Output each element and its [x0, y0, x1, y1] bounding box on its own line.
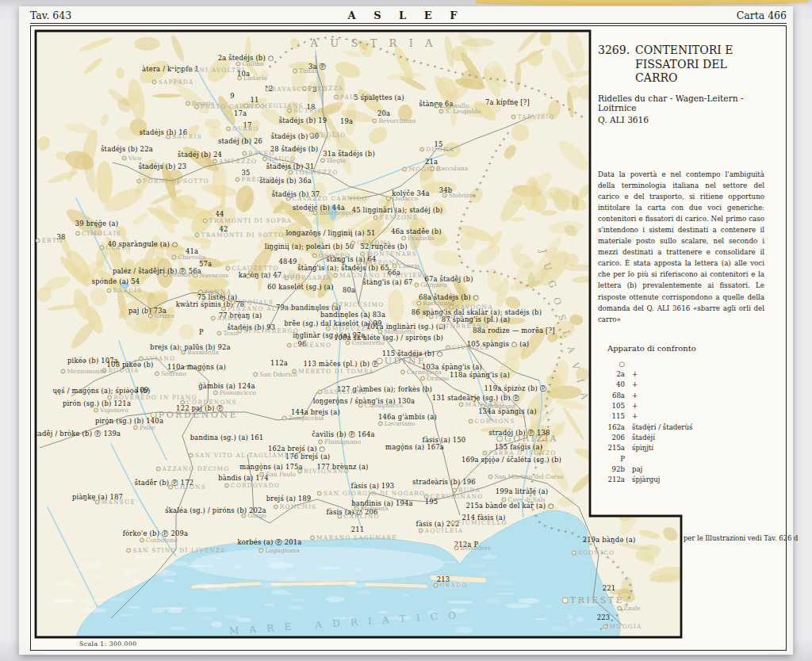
map-place-label: Cussignacco: [358, 402, 403, 409]
town-dot-icon: [236, 61, 240, 66]
town-dot-icon: [235, 177, 239, 181]
apparato-point-number: ○: [598, 359, 625, 369]
map-place-label: Orzano: [420, 375, 449, 382]
map-place-label: Lugugnana: [259, 547, 299, 554]
town-dot-icon: [237, 75, 242, 80]
map-point-label: 48: [278, 258, 287, 266]
map-place-label: BARCIS: [106, 287, 142, 294]
apparato-row: 2a+: [598, 369, 764, 380]
town-dot-icon: [211, 315, 216, 320]
map-place-label: TOLMEZZO: [289, 169, 339, 176]
town-dot-icon: [313, 210, 318, 215]
town-dot-icon: [318, 439, 323, 444]
town-dot-icon: [155, 371, 159, 376]
map-point-label: 219a bàŋdǝ (a): [583, 536, 636, 544]
map-place-label: TRAMONTI DI SOTTO: [195, 231, 285, 239]
apparato-form: [632, 454, 764, 464]
town-dot-icon: [289, 170, 293, 174]
town-dot-icon: [171, 254, 176, 259]
town-dot-icon: [402, 166, 407, 171]
town-dot-icon: [317, 389, 322, 394]
town-dot-icon: [312, 253, 317, 258]
apparato-row: P: [598, 454, 764, 464]
town-dot-icon: [195, 232, 200, 237]
town-dot-icon: [430, 166, 435, 170]
town-dot-icon: [99, 245, 104, 250]
town-dot-icon: [572, 550, 576, 555]
map-point-label: fàsis (a) 193: [351, 482, 395, 490]
map-place-label: Lavariano: [378, 420, 415, 427]
map-place-label: SAPPADA: [152, 78, 194, 86]
map-place-label: PALUZZA: [302, 85, 343, 92]
town-dot-icon: [360, 251, 365, 256]
map-place-label: CLAUT: [99, 244, 132, 251]
map-place-label: FAEDIS: [429, 313, 464, 320]
apparato-row: 212aśpjàrguj: [598, 475, 764, 485]
map-place-label: Osoacco: [386, 195, 418, 202]
map-place-label: TORREANO: [439, 323, 489, 330]
apparato-row: ○: [598, 359, 764, 369]
town-dot-icon: [151, 411, 157, 418]
apparato-form: +: [632, 391, 764, 401]
map-point-label: stradeàris (b) 196: [412, 478, 476, 486]
map-title: 3269. CONTENITORI E FISSATORI DEL CARRO: [598, 44, 764, 86]
map-place-label: PORDENONE: [151, 410, 238, 420]
town-dot-icon: [446, 345, 450, 350]
town-dot-icon: [133, 425, 138, 430]
map-place-label: MAGNANO IN RIVIERA: [333, 272, 428, 279]
apparato-point-number: 92b: [598, 464, 625, 475]
map-place-label: Mezzomonte: [60, 368, 105, 375]
town-dot-icon: [282, 415, 287, 420]
town-dot-icon: [309, 132, 314, 137]
map-place-label: COSEANO: [287, 342, 331, 349]
apparato-form: +: [632, 411, 764, 422]
map-title-text: CONTENITORI E FISSATORI DEL CARRO: [635, 44, 764, 86]
map-place-label: Zompicchia: [282, 415, 324, 422]
map-place-label: Cerseretto: [345, 339, 384, 346]
map-place-label: CERVIGNANO: [424, 493, 484, 500]
map-point-label: 28 štadéjs (b): [270, 145, 319, 153]
map-place-label: Bevorchians: [372, 117, 416, 124]
town-dot-icon: [429, 314, 434, 319]
map-place-label: Zaule: [617, 605, 641, 612]
map-place-label: Palse: [133, 424, 155, 431]
map-place-label: MONTENARS: [360, 250, 417, 258]
map-place-label: SPILIMBERGO: [237, 327, 299, 334]
town-dot-icon: [231, 300, 236, 304]
town-dot-icon: [337, 514, 342, 518]
map-point-label: longazōŋs / liŋginìį (a) 51: [285, 229, 375, 237]
apparato-row: 206štadéjí: [598, 433, 764, 443]
town-dot-icon: [259, 472, 264, 476]
apparato-row: 215aśpìŋjtí: [598, 443, 764, 453]
apparato-row: 68a+: [598, 391, 764, 401]
apparato-point-number: 40: [598, 380, 625, 390]
region-label-mare: M A R E A D R I A T I C O: [229, 609, 462, 636]
map-place-label: TRIESTE: [562, 595, 624, 606]
town-dot-icon: [354, 506, 358, 510]
town-dot-icon: [416, 300, 421, 305]
map-place-label: Corbolone: [140, 537, 178, 544]
map-point-label: 20a: [377, 109, 390, 117]
apparato-form: +: [632, 401, 764, 411]
town-dot-icon: [213, 390, 218, 395]
town-dot-icon: [203, 218, 208, 223]
map-place-label: MORUZZO: [326, 325, 372, 332]
map-place-label: Collina: [236, 60, 263, 67]
town-dot-icon: [419, 528, 423, 533]
map-place-label: AMPEZZO: [213, 158, 257, 165]
apparato-form: štadę̀rí / štaderùś: [632, 422, 764, 433]
town-dot-icon: [226, 126, 231, 131]
map-point-label: bandinęles (a) 83a: [320, 311, 385, 319]
map-point-label: 221: [603, 584, 616, 592]
map-place-label: CORDOVADO: [224, 482, 280, 489]
town-dot-icon: [373, 215, 378, 220]
town-dot-icon: [60, 369, 65, 373]
map-place-label: MANSUE': [95, 499, 139, 506]
town-dot-icon: [262, 156, 267, 161]
town-dot-icon: [496, 435, 503, 441]
town-dot-icon: [302, 86, 307, 90]
town-dot-icon: [225, 266, 230, 270]
legend-panel: 3269. CONTENITORI E FISSATORI DEL CARRO …: [593, 31, 764, 514]
town-dot-icon: [320, 158, 325, 162]
map-place-label: PAULARO: [334, 94, 377, 101]
